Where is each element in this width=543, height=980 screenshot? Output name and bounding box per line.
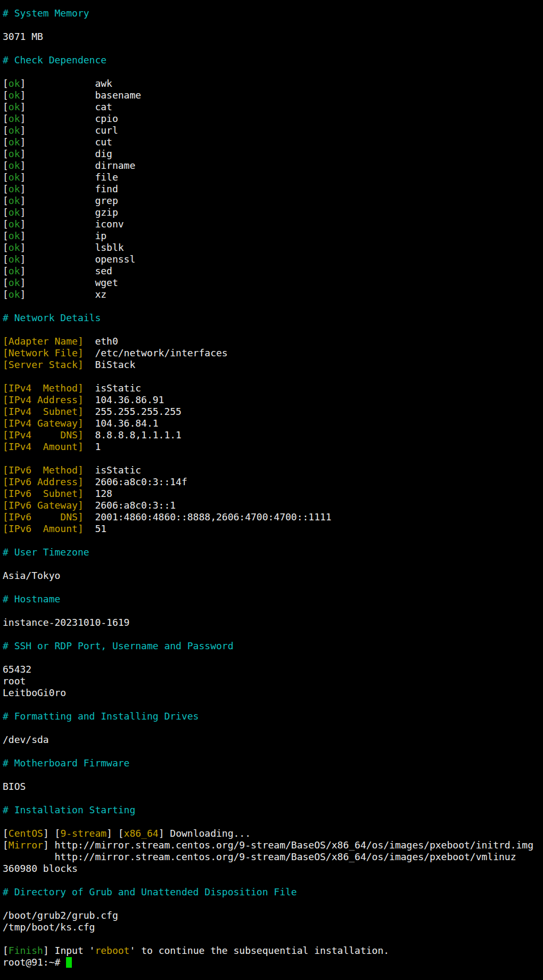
text-segment: ] wget: [20, 277, 118, 288]
text-segment: instance-20231010-1619: [3, 617, 129, 628]
ipv6-detail-line: [IPv6 Address] 2606:a8c0:3::14f: [3, 476, 543, 488]
blank-line: [3, 582, 543, 593]
hostname-value: instance-20231010-1619: [3, 617, 543, 628]
text-segment: [: [3, 242, 9, 253]
text-segment: ok: [9, 242, 20, 253]
text-segment: [IPv6 Amount]: [3, 523, 84, 534]
text-segment: [: [3, 277, 9, 288]
text-segment: # Check Dependence: [3, 54, 106, 66]
text-segment: ] openssl: [20, 254, 136, 265]
dependency-line: [ok] basename: [3, 89, 543, 101]
network-detail-line: [Adapter Name] eth0: [3, 336, 543, 347]
text-segment: [IPv4 Gateway]: [3, 418, 84, 429]
text-segment: ] gzip: [20, 207, 118, 218]
text-segment: ] xz: [20, 289, 107, 300]
blank-line: [3, 699, 543, 710]
text-segment: ] awk: [20, 78, 112, 89]
text-segment: ] ip: [20, 230, 107, 241]
text-segment: [: [3, 289, 9, 300]
network-detail-line: [Network File] /etc/network/interfaces: [3, 347, 543, 359]
blank-line: [3, 535, 543, 546]
text-segment: [: [3, 78, 9, 89]
text-segment: [IPv6 Method]: [3, 464, 84, 476]
text-segment: # Directory of Grub and Unattended Dispo…: [3, 886, 297, 897]
text-segment: [: [3, 125, 9, 136]
text-segment: [IPv4 Subnet]: [3, 406, 84, 417]
blank-line: [3, 19, 543, 31]
text-segment: 255.255.255.255: [84, 406, 182, 417]
dependency-line: [ok] xz: [3, 289, 543, 300]
text-segment: [: [3, 945, 9, 956]
ipv6-detail-line: [IPv6 Gateway] 2606:a8c0:3::1: [3, 500, 543, 511]
text-segment: reboot: [95, 945, 129, 956]
text-segment: 51: [84, 523, 106, 534]
text-segment: 104.36.86.91: [84, 394, 164, 405]
dependency-line: [ok] cat: [3, 101, 543, 113]
ks-path-value: /tmp/boot/ks.cfg: [3, 921, 543, 933]
text-segment: root@91:~#: [3, 957, 66, 968]
text-segment: ] Input ': [43, 945, 95, 956]
blocks-count-line: 360980 blocks: [3, 863, 543, 875]
system-memory-value: 3071 MB: [3, 31, 543, 43]
terminal-cursor: [66, 957, 72, 968]
section-header-check-dependence: # Check Dependence: [3, 54, 543, 66]
text-segment: ok: [9, 277, 20, 288]
dependency-line: [ok] ip: [3, 230, 543, 242]
text-segment: [: [3, 195, 9, 206]
text-segment: [Adapter Name]: [3, 336, 84, 347]
text-segment: ] sed: [20, 265, 112, 276]
blank-line: [3, 933, 543, 945]
text-segment: 2606:a8c0:3::14f: [84, 476, 187, 487]
dependency-line: [ok] grep: [3, 195, 543, 207]
prompt-line: root@91:~#: [3, 957, 543, 968]
blank-line: [3, 652, 543, 664]
ipv4-detail-line: [IPv4 Address] 104.36.86.91: [3, 394, 543, 406]
blank-line: [3, 300, 543, 312]
ipv4-detail-line: [IPv4 Amount] 1: [3, 441, 543, 453]
text-segment: ] [: [106, 828, 124, 839]
text-segment: ok: [9, 113, 20, 124]
text-segment: [: [3, 172, 9, 183]
dependency-line: [ok] openssl: [3, 254, 543, 265]
dependency-line: [ok] dirname: [3, 160, 543, 172]
text-segment: # User Timezone: [3, 546, 89, 558]
dependency-line: [ok] sed: [3, 265, 543, 277]
text-segment: [: [3, 207, 9, 218]
text-segment: ok: [9, 254, 20, 265]
text-segment: 2606:a8c0:3::1: [84, 500, 176, 511]
text-segment: ok: [9, 265, 20, 276]
dependency-line: [ok] awk: [3, 78, 543, 89]
text-segment: ] iconv: [20, 218, 124, 230]
text-segment: 2001:4860:4860::8888,2606:4700:4700::111…: [84, 511, 332, 522]
text-segment: BIOS: [3, 781, 26, 792]
download-status-line: [CentOS] [9-stream] [x86_64] Downloading…: [3, 828, 543, 839]
dependency-line: [ok] gzip: [3, 207, 543, 218]
section-header-grub: # Directory of Grub and Unattended Dispo…: [3, 886, 543, 898]
section-header-firmware: # Motherboard Firmware: [3, 757, 543, 769]
text-segment: ] curl: [20, 125, 118, 136]
text-segment: BiStack: [84, 359, 136, 370]
dependency-line: [ok] find: [3, 183, 543, 195]
text-segment: ] file: [20, 172, 118, 183]
blank-line: [3, 816, 543, 828]
text-segment: [: [3, 218, 9, 230]
text-segment: 3071 MB: [3, 31, 43, 42]
text-segment: /dev/sda: [3, 734, 49, 745]
network-detail-line: [Server Stack] BiStack: [3, 359, 543, 371]
section-header-drives: # Formatting and Installing Drives: [3, 710, 543, 722]
blank-line: [3, 898, 543, 910]
text-segment: ] dig: [20, 148, 112, 159]
text-segment: ] lsblk: [20, 242, 124, 253]
text-segment: isStatic: [84, 464, 141, 476]
dependency-line: [ok] cut: [3, 136, 543, 148]
ipv6-detail-line: [IPv6 Method] isStatic: [3, 464, 543, 476]
blank-line: [3, 769, 543, 781]
text-segment: ] cpio: [20, 113, 118, 124]
terminal[interactable]: # System Memory 3071 MB # Check Dependen…: [0, 0, 543, 980]
dependency-line: [ok] wget: [3, 277, 543, 289]
text-segment: [IPv4 Amount]: [3, 441, 84, 452]
ssh-port-value: 65432: [3, 664, 543, 675]
blank-line: [3, 793, 543, 804]
text-segment: [IPv4 Address]: [3, 394, 84, 405]
text-segment: ok: [9, 78, 20, 89]
